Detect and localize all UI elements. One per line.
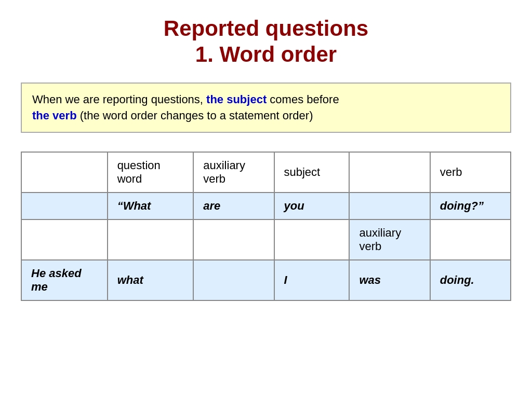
info-box: When we are reporting questions, the sub… [21, 83, 511, 133]
info-text-3: (the word order changes to a statement o… [77, 109, 313, 122]
info-verb: the verb [32, 109, 77, 122]
aux-col4 [274, 219, 350, 260]
aux-col3 [193, 219, 274, 260]
info-text-2: comes before [267, 93, 339, 106]
table-question-row: “What are you doing?” [21, 193, 511, 219]
reported-col6: doing. [430, 260, 511, 300]
reported-col2: what [108, 260, 194, 300]
table-auxiliary-row: auxiliary verb [21, 219, 511, 260]
question-col1 [21, 193, 108, 219]
info-subject: the subject [206, 93, 267, 106]
header-col5 [349, 152, 430, 193]
question-col2: “What [108, 193, 194, 219]
aux-col6 [430, 219, 511, 260]
reported-col4: I [274, 260, 350, 300]
table-reported-row: He asked me what I was doing. [21, 260, 511, 300]
header-col6: verb [430, 152, 511, 193]
reported-col3 [193, 260, 274, 300]
question-col3: are [193, 193, 274, 219]
page-title: Reported questions 1. Word order [164, 16, 368, 68]
aux-col1 [21, 219, 108, 260]
question-col6: doing?” [430, 193, 511, 219]
header-col2: question word [108, 152, 194, 193]
header-col1 [21, 152, 108, 193]
question-col4: you [274, 193, 350, 219]
word-order-table: question word auxiliary verb subject ver… [21, 152, 511, 301]
header-col3: auxiliary verb [193, 152, 274, 193]
table-header-row: question word auxiliary verb subject ver… [21, 152, 511, 193]
info-text-1: When we are reporting questions, [32, 93, 206, 106]
header-col4: subject [274, 152, 350, 193]
reported-col5: was [349, 260, 430, 300]
reported-col1: He asked me [21, 260, 108, 300]
question-col5 [349, 193, 430, 219]
aux-col5: auxiliary verb [349, 219, 430, 260]
aux-col2 [108, 219, 194, 260]
